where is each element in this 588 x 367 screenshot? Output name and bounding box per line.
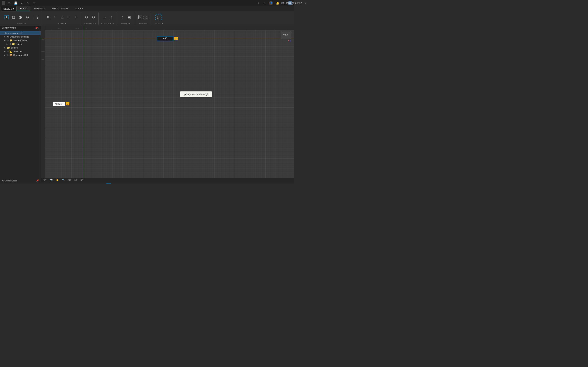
sketch-btn-2[interactable]: △ [13,183,18,184]
tab-sheet-metal[interactable]: SHEET METAL [48,6,72,11]
tab-solid[interactable]: SOLID [17,6,30,11]
select-all-button[interactable]: ⬚ [144,15,150,19]
joint-button[interactable]: ⚙ [83,15,90,20]
extrude-button[interactable]: ◻ [10,15,17,20]
sketch-btn-7[interactable]: ⊙ [43,183,48,184]
vp-zoom-options-button[interactable]: ⊕▾ [67,179,72,181]
tab-surface[interactable]: SURFACE [30,6,48,11]
shell-button[interactable]: □ [66,15,72,20]
plane-button[interactable]: ▭ [101,15,108,20]
lock-badge-v[interactable]: 🔒 [66,102,69,105]
browser-item-bodies[interactable]: ▶ 📁 Bodies [0,46,41,50]
select-box-button[interactable]: ⬚ [155,14,162,20]
sketch-btn-17[interactable]: ◈ [106,183,111,184]
pattern-button[interactable]: ⋮⋮ [31,15,40,20]
browser-expand-icon[interactable]: ◀ [2,27,3,29]
sketch-btn-18[interactable]: ↗ [112,183,117,184]
new-tab-button[interactable]: + [257,1,261,5]
undo-button[interactable]: ↩ [20,1,25,5]
press-pull-button[interactable]: ⇅ [45,15,51,20]
comments-pin-icon[interactable]: 📌 [36,179,39,182]
named-views-eye-icon[interactable]: 👁 [7,39,9,42]
fillet-button[interactable]: ◜ [52,15,58,20]
sketch-btn-1[interactable]: ▭ [7,183,12,184]
browser-item-sketches[interactable]: ▶ 👁 📐 Sketches [0,50,41,53]
ruler-vertical: -200 -100 -50 [41,26,45,182]
modify-group-label[interactable]: MODIFY ▾ [58,22,66,25]
more-button[interactable]: ▾ [32,1,36,5]
joint2-button[interactable]: ⚙ [90,15,97,20]
measure-button[interactable]: ⌇ [119,15,125,20]
comments-panel[interactable]: ◀ COMMENTS 📌 [0,179,41,182]
home-button[interactable]: ⊞ [7,1,11,5]
bodies-arrow[interactable]: ▶ [4,47,7,49]
comments-expand-icon: ◀ [2,179,3,182]
browser-item-doc-settings[interactable]: ▶ ⚙ Document Settings [0,35,41,39]
component-arrow[interactable]: ▶ [4,54,7,56]
hole-button[interactable]: ⊙ [24,15,31,20]
root-refresh-icon[interactable]: ↻ [38,32,40,34]
account-button[interactable]: 👤 [269,1,273,5]
select-group-label[interactable]: SELECT ▾ [154,22,163,25]
browser-more-icon[interactable]: ▸ [38,27,39,29]
sketch-btn-6[interactable]: ≡ [38,183,43,184]
axis-button[interactable]: ↕ [108,15,114,20]
toolbar-area: DESIGN ▾ SOLID SURFACE SHEET METAL TOOLS… [0,6,294,26]
section-button[interactable]: ▣ [126,15,132,20]
sketch-btn-3[interactable]: ⬡ [19,183,24,184]
sketch-btn-10[interactable]: ⟷ [62,183,67,184]
tab-tools[interactable]: TOOLS [72,6,86,11]
vp-zoom-button[interactable]: 🔍 [61,179,66,181]
sketches-eye-icon[interactable]: 👁 [7,50,9,53]
insert-canvas-button[interactable]: 🖼 [137,15,143,20]
dimension-h-input[interactable]: 400 [157,36,173,41]
browser-item-component[interactable]: ▶ 👁 📦 Component1:1 [0,53,41,57]
sketch-btn-5[interactable]: ⚬ [32,183,37,184]
vp-camera-button[interactable]: 📷 [49,179,53,181]
browser-item-named-views[interactable]: ▶ 👁 📁 Named Views [0,39,41,42]
origin-arrow[interactable]: ▶ [7,43,9,45]
revolve-button[interactable]: ◑ [17,15,24,20]
save-button[interactable]: 💾 [13,1,18,5]
browser-item-root[interactable]: ▾ 🗂 sorry game v5 👁 ↻ [0,31,41,35]
named-views-arrow[interactable]: ▶ [4,39,7,42]
vp-pan-button[interactable]: ✋ [55,179,60,181]
sync-button[interactable]: ⟳ [262,1,267,5]
view-cube-top[interactable]: TOP [281,31,291,39]
root-arrow[interactable]: ▾ [2,32,4,34]
doc-settings-arrow[interactable]: ▶ [4,36,7,38]
viewport[interactable]: -200 -100 -50 -200 -100 -50 400 🔒 400 mm [41,26,294,182]
sketch-btn-9[interactable]: ✕ [57,183,62,184]
ruler-mark-n200: -200 [57,27,61,29]
sketch-btn-12[interactable]: ⊞ [76,183,81,184]
browser-pin-icon[interactable]: 📌 [35,27,38,29]
vp-settings-button[interactable]: ⚙▾ [43,179,47,181]
sketch-btn-13[interactable]: ⬚ [81,183,86,184]
vp-grid-button[interactable]: ⊞▾ [80,179,84,181]
sketch-btn-11[interactable]: ↔ [68,183,73,184]
design-dropdown-button[interactable]: DESIGN ▾ [1,6,17,11]
sketch-btn-8[interactable]: ⊕ [51,183,56,184]
lock-badge-h[interactable]: 🔒 [174,37,178,40]
sketch-btn-14[interactable]: ▣ [87,183,92,184]
move-button[interactable]: ✛ [72,15,79,20]
sketch-btn-16[interactable]: ⊛ [100,183,105,184]
inspect-group-label[interactable]: INSPECT ▾ [121,22,130,25]
redo-button[interactable]: ↪ [26,1,31,5]
component-eye-icon[interactable]: 👁 [7,54,9,56]
vp-display-button[interactable]: □▾ [74,179,78,181]
assemble-group-label[interactable]: ASSEMBLE ▾ [84,22,96,25]
sketches-arrow[interactable]: ▶ [4,50,7,52]
insert-group-label[interactable]: INSERT ▾ [139,22,147,25]
create-group-label[interactable]: CREATE ▾ [17,22,26,25]
origin-eye-icon[interactable]: 👁 [9,43,11,45]
browser-item-origin[interactable]: ▶ 👁 📁 Origin [0,42,41,46]
sketch-btn-0[interactable]: ⬜ [2,183,7,184]
chamfer-button[interactable]: ◿ [59,15,65,20]
sketch-btn-15[interactable]: ◧ [93,183,98,184]
root-visibility-icon[interactable]: 👁 [35,32,38,34]
create-sketch-button[interactable]: ✛ [3,14,10,20]
sketch-btn-4[interactable]: ✛ [26,183,31,184]
construct-group-label[interactable]: CONSTRUCT ▾ [101,22,114,25]
notifications-button[interactable]: 🔔 [275,1,281,5]
